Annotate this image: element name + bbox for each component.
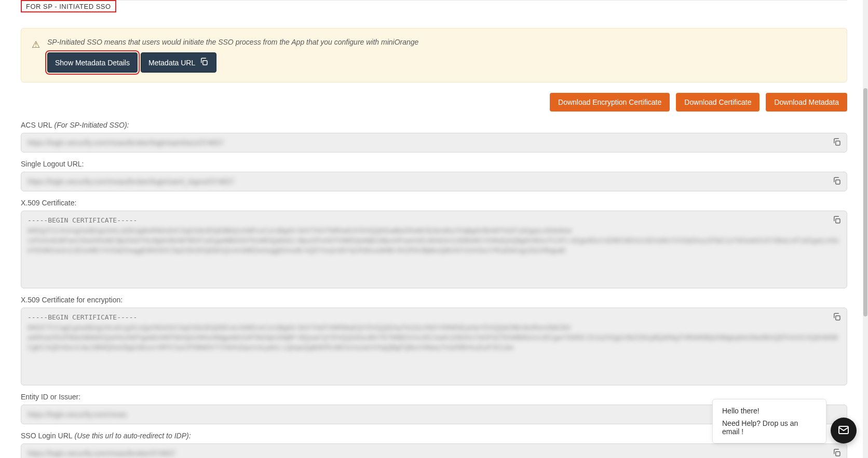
svg-rect-5 — [836, 452, 840, 456]
svg-rect-3 — [836, 219, 840, 223]
x509-cert-field: -----BEGIN CERTIFICATE----- MIIDgTCCAmmg… — [21, 211, 847, 288]
x509-enc-cert-field: -----BEGIN CERTIFICATE----- MIIDCTCCagCg… — [21, 308, 847, 385]
svg-rect-0 — [203, 61, 207, 65]
section-title: FOR SP - INITIATED SSO — [26, 3, 111, 10]
copy-icon[interactable] — [832, 312, 842, 323]
svg-rect-4 — [836, 316, 840, 320]
slo-url-field: https://login.xecurify.com/moas/broker/l… — [21, 172, 847, 191]
mail-icon — [837, 424, 850, 438]
metadata-url-label: Metadata URL — [148, 59, 195, 67]
download-encryption-certificate-button[interactable]: Download Encryption Certificate — [550, 93, 670, 112]
section-title-highlight: FOR SP - INITIATED SSO — [21, 0, 116, 12]
vertical-scrollbar[interactable] — [863, 0, 868, 458]
x509-cert-label: X.509 Certificate: — [21, 199, 847, 207]
chat-help-text: Need Help? Drop us an email ! — [722, 419, 817, 436]
download-certificate-button[interactable]: Download Certificate — [676, 93, 760, 112]
download-metadata-button[interactable]: Download Metadata — [766, 93, 847, 112]
svg-rect-1 — [836, 141, 840, 145]
slo-url-label: Single Logout URL: — [21, 160, 847, 168]
acs-url-field: https://login.xecurify.com/moas/broker/l… — [21, 133, 847, 152]
svg-rect-2 — [836, 180, 840, 184]
copy-icon[interactable] — [832, 137, 842, 148]
info-banner: ⚠ SP-Initiated SSO means that users woul… — [21, 28, 847, 82]
scrollbar-thumb[interactable] — [863, 88, 867, 316]
chat-greeting: Hello there! — [722, 407, 817, 415]
metadata-url-button[interactable]: Metadata URL — [141, 52, 216, 73]
copy-icon[interactable] — [832, 176, 842, 187]
info-text: SP-Initiated SSO means that users would … — [47, 38, 836, 46]
warning-icon: ⚠ — [32, 39, 40, 50]
copy-icon[interactable] — [832, 215, 842, 226]
chat-popup: Hello there! Need Help? Drop us an email… — [712, 399, 826, 443]
copy-icon[interactable] — [832, 448, 842, 458]
copy-icon — [199, 57, 209, 68]
x509-enc-cert-label: X.509 Certificate for encryption: — [21, 296, 847, 304]
chat-fab-button[interactable] — [831, 418, 857, 443]
sso-login-url-field: https://login.xecurify.com/moas/broker/3… — [21, 443, 847, 458]
show-metadata-details-button[interactable]: Show Metadata Details — [47, 52, 138, 73]
acs-url-label: ACS URL (For SP-Initiated SSO): — [21, 121, 847, 129]
